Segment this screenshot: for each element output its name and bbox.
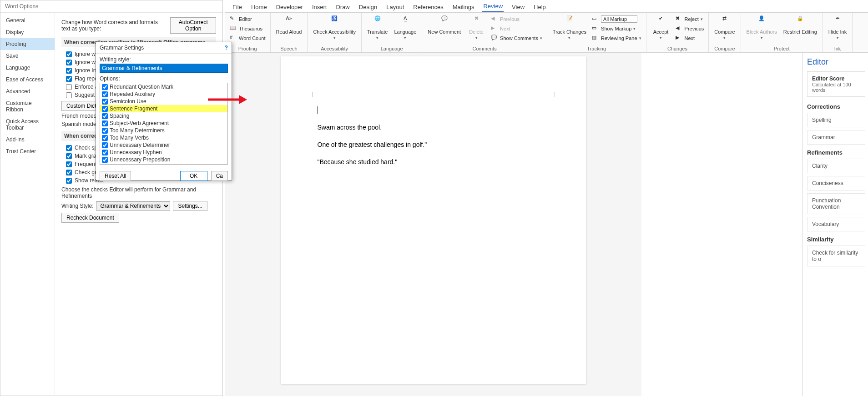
show-markup-button[interactable]: ▭Show Markup xyxy=(590,24,643,33)
tab-layout[interactable]: Layout xyxy=(385,2,405,12)
nav-item-add-ins[interactable]: Add-ins xyxy=(0,134,55,145)
block-authors-button[interactable]: 👤Block Authors xyxy=(744,15,780,41)
reject-button[interactable]: ✖Reject xyxy=(674,15,706,24)
previous-comment-button[interactable]: ◀Previous xyxy=(489,15,544,24)
nav-item-customize-ribbon[interactable]: Customize Ribbon xyxy=(0,97,55,115)
tab-home[interactable]: Home xyxy=(250,2,268,12)
check-accessibility-button[interactable]: ♿Check Accessibility xyxy=(310,15,358,41)
checkbox[interactable] xyxy=(102,135,108,141)
checkbox[interactable] xyxy=(66,178,72,184)
markup-combo[interactable]: ▭All Markup xyxy=(590,15,643,24)
conciseness-item[interactable]: Conciseness xyxy=(807,176,865,190)
editor-score-card[interactable]: Editor Score Calculated at 100 words xyxy=(807,71,865,97)
cancel-button[interactable]: Ca xyxy=(211,171,228,181)
read-aloud-button[interactable]: A»Read Aloud xyxy=(273,15,305,35)
help-icon[interactable]: ? xyxy=(225,45,228,51)
grammar-option[interactable]: Too Many Verbs xyxy=(100,134,227,141)
thesaurus-button[interactable]: 📖Thesaurus xyxy=(228,24,267,33)
reset-all-button[interactable]: Reset All xyxy=(100,171,131,181)
checkbox[interactable] xyxy=(102,91,108,97)
grammar-option[interactable]: Unnecessary Preposition xyxy=(100,156,227,163)
checkbox[interactable] xyxy=(66,68,72,74)
checkbox[interactable] xyxy=(66,84,72,90)
checkbox[interactable] xyxy=(102,99,108,105)
grammar-option[interactable]: Subject-Verb Agreement xyxy=(100,120,227,127)
show-markup-icon: ▭ xyxy=(592,25,599,32)
checkbox[interactable] xyxy=(102,106,108,112)
refinements-heading: Refinements xyxy=(807,149,865,156)
accept-button[interactable]: ✔Accept xyxy=(649,15,673,41)
translate-button[interactable]: 🌐Translate xyxy=(364,15,390,41)
checkbox[interactable] xyxy=(66,92,72,98)
compare-button[interactable]: ⇄Compare xyxy=(712,15,737,41)
grammar-option[interactable]: Unnecessary Hyphen xyxy=(100,149,227,156)
settings-button[interactable]: Settings... xyxy=(173,201,207,211)
spelling-item[interactable]: Spelling xyxy=(807,113,865,127)
track-changes-button[interactable]: 📝Track Changes xyxy=(550,15,589,41)
clarity-item[interactable]: Clarity xyxy=(807,159,865,173)
checkbox[interactable] xyxy=(66,145,72,151)
checkbox[interactable] xyxy=(102,157,108,163)
checkbox[interactable] xyxy=(66,51,72,57)
grammar-option[interactable]: Spacing xyxy=(100,112,227,120)
hide-ink-button[interactable]: ✒Hide Ink xyxy=(826,15,849,41)
checkbox[interactable] xyxy=(102,150,108,155)
tab-draw[interactable]: Draw xyxy=(335,2,350,12)
tab-help[interactable]: Help xyxy=(533,2,547,12)
tab-review[interactable]: Review xyxy=(482,1,504,12)
grammar-option[interactable]: Redundant Question Mark xyxy=(100,83,227,90)
checkbox[interactable] xyxy=(102,113,108,119)
nav-item-display[interactable]: Display xyxy=(0,26,55,38)
nav-item-save[interactable]: Save xyxy=(0,50,55,62)
nav-item-ease-of-access[interactable]: Ease of Access xyxy=(0,74,55,85)
nav-item-language[interactable]: Language xyxy=(0,62,55,74)
tab-view[interactable]: View xyxy=(511,2,525,12)
language-button[interactable]: A̲Language xyxy=(391,15,419,41)
grammar-item[interactable]: Grammar xyxy=(807,130,865,145)
nav-item-general[interactable]: General xyxy=(0,15,55,26)
similarity-item[interactable]: Check for similarity to o xyxy=(807,246,865,266)
checkbox[interactable] xyxy=(102,120,108,126)
checkbox[interactable] xyxy=(66,170,72,175)
new-comment-button[interactable]: 💬New Comment xyxy=(425,15,464,35)
punctuation-item[interactable]: Punctuation Convention xyxy=(807,193,865,214)
nav-item-advanced[interactable]: Advanced xyxy=(0,85,55,97)
checkbox[interactable] xyxy=(66,161,72,167)
tab-mailings[interactable]: Mailings xyxy=(452,2,475,12)
vocabulary-item[interactable]: Vocabulary xyxy=(807,217,865,231)
editor-button[interactable]: ✎Editor xyxy=(228,15,267,24)
grammar-option[interactable]: Too Many Determiners xyxy=(100,127,227,134)
checkbox[interactable] xyxy=(66,153,72,159)
autocorrect-options-button[interactable]: AutoCorrect Option xyxy=(170,17,216,34)
next-comment-button[interactable]: ▶Next xyxy=(489,24,544,33)
checkbox[interactable] xyxy=(66,76,72,82)
next-change-button[interactable]: ▶Next xyxy=(674,34,706,43)
nav-item-trust-center[interactable]: Trust Center xyxy=(0,145,55,157)
checkbox[interactable] xyxy=(102,164,108,165)
delete-comment-button[interactable]: ✖Delete xyxy=(464,15,488,41)
writing-style-select[interactable]: Grammar & Refinements xyxy=(96,201,170,211)
grammar-option[interactable]: Unnecessary Prepositional Phrase xyxy=(100,163,227,165)
show-comments-button[interactable]: 💬Show Comments xyxy=(489,34,544,43)
nav-item-quick-access-toolbar[interactable]: Quick Access Toolbar xyxy=(0,115,55,134)
checkbox[interactable] xyxy=(102,142,108,148)
reviewing-pane-button[interactable]: ▥Reviewing Pane xyxy=(590,34,643,43)
checkbox[interactable] xyxy=(102,128,108,134)
word-count-button[interactable]: #Word Count xyxy=(228,34,267,43)
recheck-document-button[interactable]: Recheck Document xyxy=(61,213,119,223)
restrict-editing-button[interactable]: 🔒Restrict Editing xyxy=(781,15,820,35)
ok-button[interactable]: OK xyxy=(180,171,207,181)
previous-change-button[interactable]: ◀Previous xyxy=(674,24,706,33)
options-label: Options: xyxy=(100,75,228,82)
tab-developer[interactable]: Developer xyxy=(275,2,304,12)
writing-style-combo[interactable]: Grammar & Refinements xyxy=(100,64,228,73)
tab-references[interactable]: References xyxy=(412,2,444,12)
tab-insert[interactable]: Insert xyxy=(311,2,328,12)
tab-file[interactable]: File xyxy=(232,2,243,12)
document-page[interactable]: Swam across the pool. One of the greates… xyxy=(281,56,586,384)
checkbox[interactable] xyxy=(102,84,108,90)
checkbox[interactable] xyxy=(66,60,72,65)
nav-item-proofing[interactable]: Proofing xyxy=(0,38,55,50)
grammar-option[interactable]: Unnecessary Determiner xyxy=(100,141,227,149)
tab-design[interactable]: Design xyxy=(358,2,378,12)
